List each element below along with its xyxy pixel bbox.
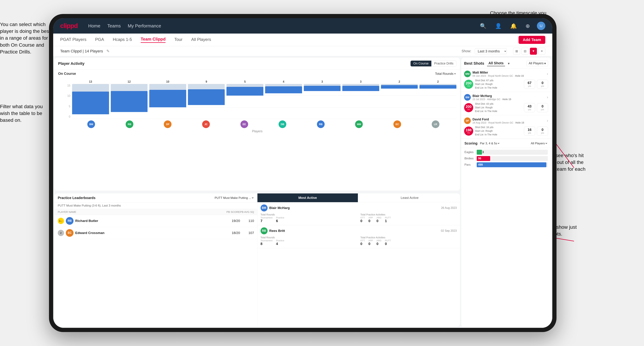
team-name-label: Team Clippd | 14 Players xyxy=(60,49,103,53)
shot-stat1-matt: 67 yds xyxy=(524,80,535,89)
add-icon[interactable]: ⊕ xyxy=(526,23,530,29)
bar-m-miller: 3 xyxy=(342,84,379,119)
avatar-butler[interactable]: RB xyxy=(317,120,324,128)
bar-r-britt: 12 xyxy=(111,84,148,119)
bar-e-crossman: 2 xyxy=(381,84,418,119)
search-icon[interactable]: 🔍 xyxy=(480,23,486,29)
tab-pgat-players[interactable]: PGAT Players xyxy=(60,37,86,43)
best-shots-header: Best Shots All Shots ▾ All Players ▾ xyxy=(461,58,551,68)
shot-details-david: 198 SG Shot Dist: 16 ydsStart Lie: Rough… xyxy=(464,126,548,137)
active-player-header-rees: RB Rees Britt 02 Sep 2023 xyxy=(260,227,457,234)
bars-container: 13 12 xyxy=(72,84,456,119)
shot-meta-matt: 09 Jun 2023 · Royal North Devon GC · Hol… xyxy=(472,74,545,77)
scoring-section: Scoring Par 3, 4 & 5s Par 3s Par 4s Par … xyxy=(461,139,551,327)
pth-pb-avg: PB AVG SQ xyxy=(240,210,254,213)
nav-home[interactable]: Home xyxy=(88,23,100,29)
team-header: Team Clippd | 14 Players ✎ Show: Last 3 … xyxy=(53,46,552,56)
add-team-button[interactable]: Add Team xyxy=(518,36,545,44)
practice-pb-avg-edward: 107 xyxy=(240,231,254,235)
tab-all-shots[interactable]: All Shots xyxy=(487,60,505,66)
scoring-filter2[interactable]: All Players xyxy=(530,142,548,145)
avatar-ebert[interactable]: EE xyxy=(240,120,248,128)
view-icons: ⊞ ⊟ ♥ ≡ xyxy=(513,48,545,55)
player-avatars-row: BM RB DF JC EE DB RB MM EC LR xyxy=(58,119,456,129)
avatar-billingham[interactable]: DB xyxy=(278,120,286,128)
bar-value-ebert: 5 xyxy=(226,80,264,83)
tab-all-players[interactable]: All Players xyxy=(191,37,211,43)
active-total-rounds-blair: Total Rounds Tournament 7 Practice 6 xyxy=(260,213,357,223)
bar-value-coles: 9 xyxy=(188,80,225,83)
bar-d-billingham: 4 xyxy=(265,84,302,119)
practice-subtitle: PUTT Must Make Putting (3-6 ft), Last 3 … xyxy=(54,202,257,209)
tab-hcaps[interactable]: Hcaps 1-5 xyxy=(113,37,132,43)
avatar-mcharg[interactable]: BM xyxy=(87,120,95,128)
all-players-dropdown[interactable]: All Players ▾ xyxy=(526,61,548,66)
users-icon[interactable]: 👤 xyxy=(495,23,502,29)
show-label: Show: xyxy=(462,49,471,53)
avatar-coles[interactable]: JC xyxy=(202,120,210,128)
active-practice-activities-rees: Total Practice Activities GTT 0 APP 0 xyxy=(360,236,457,246)
active-card-rees: RB Rees Britt 02 Sep 2023 Total Rounds T… xyxy=(258,225,460,248)
shot-name-david: David Ford xyxy=(472,118,545,121)
tab-team-clippd[interactable]: Team Clippd xyxy=(141,37,166,43)
app-logo: clippd xyxy=(60,22,78,29)
avatar-ford[interactable]: DF xyxy=(164,120,172,128)
tablet-screen: clippd Home Teams My Performance 🔍 👤 🔔 ⊕… xyxy=(53,18,552,328)
active-total-rounds-rees: Total Rounds Tournament 8 Practice 4 xyxy=(260,236,357,246)
practice-row-richard: 1 🏆 RB Richard Butler 19/20 110 xyxy=(54,215,257,227)
practice-row-edward: 2 EC Edward Crossman 18/20 107 xyxy=(54,227,257,239)
avatar-britt[interactable]: RB xyxy=(126,120,133,128)
practice-drill-select[interactable]: PUTT Must Make Putting ... xyxy=(214,196,254,200)
bar-r-butler: 3 xyxy=(304,84,341,119)
bar-value-crossman: 2 xyxy=(381,80,418,83)
shots-dropdown-btn[interactable]: ▾ xyxy=(506,61,511,66)
bar-chart: 15 10 5 0 xyxy=(58,77,456,119)
active-name-blair: Blair McHarg xyxy=(269,206,441,210)
bell-icon[interactable]: 🔔 xyxy=(510,23,517,29)
edit-icon[interactable]: ✎ xyxy=(106,49,110,53)
best-shots-title: Best Shots xyxy=(464,61,484,66)
chart-section-title: On Course xyxy=(58,72,76,76)
player-activity-title: Player Activity xyxy=(58,61,84,66)
show-select[interactable]: Last 3 months Last 6 months Last 12 mont… xyxy=(475,48,507,54)
avatar-crossman[interactable]: EC xyxy=(394,120,401,128)
chart-area: On Course Total Rounds Fairways Hit GIR … xyxy=(54,70,460,191)
sub-nav: PGAT Players PGA Hcaps 1-5 Team Clippd T… xyxy=(53,33,552,46)
scoring-filter1[interactable]: Par 3, 4 & 5s Par 3s Par 4s Par 5s xyxy=(479,142,500,145)
shot-meta-david: 24 Aug 2023 · Royal North Devon GC · Hol… xyxy=(472,121,545,124)
shot-card-matt-miller[interactable]: MM Matt Miller 09 Jun 2023 · Royal North… xyxy=(461,68,551,92)
view-grid4-btn[interactable]: ⊞ xyxy=(513,48,520,55)
avatar-miller[interactable]: MM xyxy=(355,120,363,128)
chart-subheader: On Course Total Rounds Fairways Hit GIR xyxy=(58,72,456,76)
scoring-value-eagles: 3 xyxy=(482,151,484,154)
toggle-on-course[interactable]: On Course xyxy=(410,61,432,66)
shot-card-david-ford[interactable]: DF David Ford 24 Aug 2023 · Royal North … xyxy=(461,115,551,139)
bar-value-britt: 12 xyxy=(111,80,148,83)
bar-value-mcharg: 13 xyxy=(72,80,109,83)
tab-least-active[interactable]: Least Active xyxy=(359,193,460,202)
active-header: Most Active Least Active xyxy=(258,193,460,202)
nav-teams[interactable]: Teams xyxy=(107,23,121,29)
x-axis-label: Players xyxy=(58,129,456,133)
shot-info-matt: Matt Miller 09 Jun 2023 · Royal North De… xyxy=(472,71,545,77)
shot-stat1-david: 16 yds xyxy=(524,127,535,136)
shot-stat2-blair: 0 yds xyxy=(537,103,548,112)
active-date-rees: 02 Sep 2023 xyxy=(441,229,457,232)
nav-my-performance[interactable]: My Performance xyxy=(128,23,161,29)
active-avatar-rees: RB xyxy=(260,227,268,234)
view-grid9-btn[interactable]: ⊟ xyxy=(522,48,528,55)
tab-most-active[interactable]: Most Active xyxy=(258,193,358,202)
view-heart-btn[interactable]: ♥ xyxy=(530,48,537,55)
y-label-5: 5 xyxy=(65,105,70,108)
avatar-robertson[interactable]: LR xyxy=(432,120,440,128)
user-avatar[interactable]: U xyxy=(537,22,545,30)
view-filter-btn[interactable]: ≡ xyxy=(538,48,545,55)
shot-card-blair-mcharg[interactable]: BM Blair McHarg 23 Jul 2023 · Aldridge G… xyxy=(461,92,551,115)
tab-tour[interactable]: Tour xyxy=(174,37,182,43)
player-activity-panel: Player Activity On Course Practice Drill… xyxy=(54,58,460,191)
tab-pga[interactable]: PGA xyxy=(95,37,104,43)
bar-value-miller: 3 xyxy=(342,80,379,83)
toggle-practice[interactable]: Practice Drills xyxy=(432,61,456,66)
shot-chevron-david: › xyxy=(547,119,548,123)
chart-filter-select[interactable]: Total Rounds Fairways Hit GIR xyxy=(434,72,456,76)
